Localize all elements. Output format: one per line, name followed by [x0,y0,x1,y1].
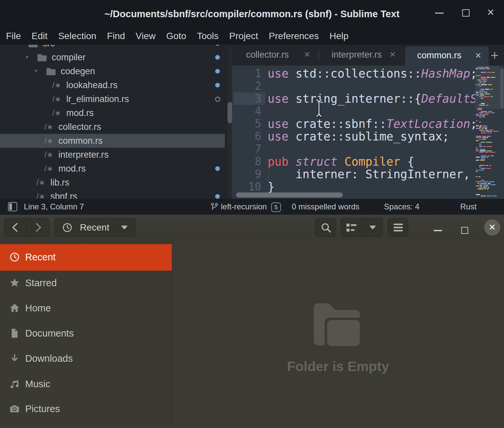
modified-dot-icon [215,166,220,171]
minimize-icon[interactable] [434,230,442,231]
music-icon [9,379,20,391]
sidebar-item-pictures[interactable]: Pictures [0,396,172,422]
tab-close-icon[interactable]: ✕ [475,46,481,65]
files-window: Recent ✕ RecentStarredH [0,215,504,428]
search-button[interactable] [315,218,336,237]
sidebar-toggle-icon[interactable] [8,202,17,211]
open-circle-icon [215,97,220,102]
tree-item-mod-rs[interactable]: /∗mod.rs [0,106,232,120]
file-icon: /∗ [44,148,53,162]
new-tab-button[interactable]: + [491,46,498,65]
hamburger-menu-button[interactable] [388,218,408,237]
view-menu-button[interactable] [362,218,383,237]
menu-selection[interactable]: Selection [53,27,101,45]
menu-preferences[interactable]: Preferences [263,27,324,45]
tree-item-common-rs[interactable]: /∗common.rs [0,134,225,148]
code-area[interactable]: use std::collections::HashMap;use string… [268,67,475,199]
forward-button[interactable] [27,218,49,237]
menu-view[interactable]: View [130,27,161,45]
file-icon: /∗ [36,176,45,189]
sidebar-item-recent[interactable]: Recent [0,244,172,271]
sidebar-item-starred[interactable]: Starred [0,270,172,296]
indentation-status[interactable]: Spaces: 4 [384,199,419,215]
status-bar: Line 3, Column 7 left-recursion 5 0 miss… [0,199,504,215]
code-line[interactable]: use crate::sbnf::TextLocation; [268,118,475,130]
tree-item-collector-rs[interactable]: /∗collector.rs [0,120,232,134]
list-view-icon [346,223,357,232]
sidebar-item-home[interactable]: Home [0,295,172,321]
syntax-status[interactable]: Rust [460,199,476,215]
line-number: 1 [232,67,265,80]
sidebar-item-music[interactable]: Music [0,371,172,397]
clock-icon [62,222,73,233]
minimap[interactable] [476,66,499,199]
line-number: 8 [232,155,265,168]
menu-goto[interactable]: Goto [161,27,192,45]
sidebar-scrollbar-thumb[interactable] [227,102,232,123]
close-icon[interactable]: ✕ [487,7,494,18]
magnifier-icon [320,222,332,233]
maximize-icon[interactable] [461,227,468,234]
tab-collector-rs[interactable]: collector.rs✕ [234,45,318,66]
menu-project[interactable]: Project [224,27,263,45]
tab-close-icon[interactable]: ✕ [389,45,396,65]
line-number-gutter: 12345678910 [232,67,265,193]
modified-dot-icon [215,69,220,74]
code-line[interactable]: use std::collections::HashMap; [268,67,475,80]
back-button[interactable] [4,218,27,237]
code-line[interactable] [268,143,475,155]
sidebar-item-documents[interactable]: Documents [0,320,172,346]
tree-item-lib-rs[interactable]: /∗lib.rs [0,176,232,189]
code-line[interactable] [268,80,475,92]
empty-state-text: Folder is Empty [172,359,504,374]
menu-find[interactable]: Find [102,27,130,45]
files-headerbar[interactable]: Recent ✕ [0,215,504,242]
tree-item-mod-rs[interactable]: /∗mod.rs [0,162,232,176]
line-number: 6 [232,130,265,143]
tree-item-lookahead-rs[interactable]: /∗lookahead.rs [0,78,232,92]
tree-item-src[interactable]: ▾src [0,45,232,50]
git-branch-icon [210,202,219,211]
folder-icon [46,67,56,76]
code-line[interactable]: interner: StringInterner, [268,168,475,181]
cursor-position: Line 3, Column 7 [24,199,84,215]
maximize-icon[interactable] [462,9,470,17]
editor-vscrollbar-thumb[interactable] [500,68,504,109]
file-icon: /∗ [36,189,45,199]
close-icon[interactable]: ✕ [484,219,500,236]
menu-tools[interactable]: Tools [192,27,224,45]
tree-item-lr-elimination-rs[interactable]: /∗lr_elimination.rs [0,92,232,106]
menu-edit[interactable]: Edit [26,27,53,45]
list-view-button[interactable] [341,218,362,237]
expand-arrow-icon[interactable]: ▾ [34,64,37,78]
file-icon: /∗ [52,78,61,92]
code-line[interactable]: use crate::sublime_syntax; [268,130,475,143]
code-line[interactable]: } [268,181,475,193]
code-line[interactable]: pub struct Compiler { [268,155,475,168]
tab-common-rs[interactable]: common.rs✕ [405,46,489,66]
tree-item-interpreter-rs[interactable]: /∗interpreter.rs [0,148,232,162]
tree-item-codegen[interactable]: ▾codegen [0,64,232,78]
code-line[interactable]: use string_interner::{DefaultStringInter… [268,92,475,105]
file-icon: /∗ [44,134,53,148]
location-button[interactable]: Recent [54,218,136,237]
menu-file[interactable]: File [1,27,26,45]
folder-contents[interactable]: Folder is Empty [172,242,504,428]
file-icon: /∗ [52,92,61,106]
star-icon [9,278,20,290]
menu-help[interactable]: Help [324,27,354,45]
tab-interpreter-rs[interactable]: interpreter.rs✕ [320,45,403,66]
tab-close-icon[interactable]: ✕ [304,45,310,65]
sidebar-item-downloads[interactable]: Downloads [0,346,172,371]
modified-dot-icon [215,55,220,60]
tree-item-compiler[interactable]: ▾compiler [0,50,232,64]
minimize-icon[interactable] [435,13,444,14]
tree-item-sbnf-rs[interactable]: /∗sbnf.rs [0,189,232,199]
code-line[interactable] [268,105,475,118]
expand-arrow-icon[interactable]: ▾ [17,45,20,50]
expand-arrow-icon[interactable]: ▾ [26,50,29,64]
sublime-titlebar[interactable]: ~/Documents/sbnf/src/compiler/common.rs … [0,0,504,27]
sidebar-scrollbar[interactable] [227,46,232,198]
desktop: ~/Documents/sbnf/src/compiler/common.rs … [0,0,504,428]
editor-hscrollbar-thumb[interactable] [236,192,343,197]
